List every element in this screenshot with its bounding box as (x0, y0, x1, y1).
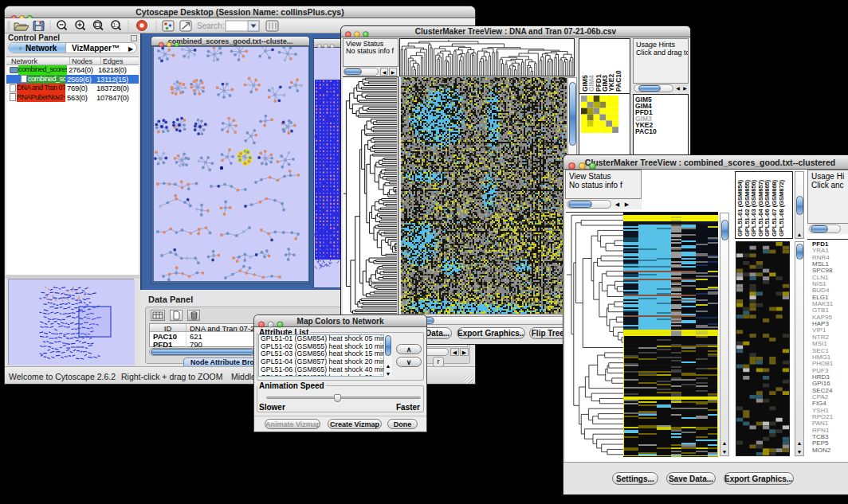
svg-text:PAC10: PAC10 (614, 70, 622, 92)
svg-text:GPL51-08 (GSM872): GPL51-08 (GSM872) (778, 179, 785, 236)
svg-text:1:1: 1:1 (113, 22, 121, 28)
svg-text:Search:: Search: (197, 21, 224, 30)
